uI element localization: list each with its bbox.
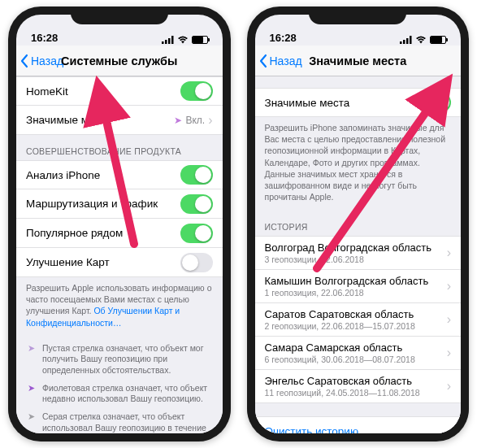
phone-right: 16:28 Назад Значимые места Значимые мест… bbox=[247, 7, 470, 441]
row-label: Значимые места bbox=[265, 97, 419, 109]
screen-left: 16:28 Назад Системные службы HomeKit bbox=[16, 15, 223, 433]
phone-left: 16:28 Назад Системные службы HomeKit bbox=[8, 7, 231, 441]
svg-rect-3 bbox=[171, 36, 174, 44]
row-iphone-analysis[interactable]: Анализ iPhone bbox=[16, 160, 223, 189]
status-time: 16:28 bbox=[31, 32, 58, 44]
row-detail: ➤ Вкл. bbox=[174, 115, 205, 126]
row-label: HomeKit bbox=[26, 85, 180, 98]
svg-rect-4 bbox=[400, 41, 402, 44]
svg-rect-0 bbox=[162, 41, 164, 44]
row-significant-locations[interactable]: Значимые места ➤ Вкл. › bbox=[16, 106, 223, 135]
battery-icon bbox=[430, 36, 446, 44]
svg-rect-7 bbox=[410, 36, 412, 44]
screen-right: 16:28 Назад Значимые места Значимые мест… bbox=[255, 15, 462, 433]
location-arrow-gray-icon: ➤ bbox=[26, 411, 36, 433]
chevron-right-icon: › bbox=[447, 246, 451, 260]
history-subtitle: 11 геопозиций, 24.05.2018—11.08.2018 bbox=[265, 388, 444, 398]
row-homekit[interactable]: HomeKit bbox=[16, 76, 223, 106]
location-arrow-outline-icon: ➤ bbox=[26, 343, 36, 376]
chevron-right-icon: › bbox=[447, 312, 451, 327]
row-significant-locations-toggle[interactable]: Значимые места bbox=[255, 88, 462, 117]
history-title: Самара Самарская область bbox=[265, 341, 444, 354]
chevron-left-icon bbox=[20, 54, 29, 68]
toggle-analysis[interactable] bbox=[180, 165, 213, 185]
history-title: Камышин Волгоградская область bbox=[265, 275, 444, 287]
history-subtitle: 1 геопозиция, 22.06.2018 bbox=[265, 288, 444, 298]
row-label: Популярное рядом bbox=[26, 227, 180, 239]
location-arrow-purple-icon: ➤ bbox=[26, 383, 36, 405]
back-label: Назад bbox=[31, 54, 63, 67]
content-left[interactable]: HomeKit Значимые места ➤ Вкл. › СОВЕРШЕН… bbox=[16, 76, 223, 433]
toggle-significant-locations[interactable] bbox=[418, 93, 451, 112]
location-arrow-icon: ➤ bbox=[174, 115, 182, 126]
back-button[interactable]: Назад bbox=[255, 54, 302, 68]
svg-rect-2 bbox=[168, 38, 171, 44]
signal-icon bbox=[400, 36, 412, 44]
svg-rect-5 bbox=[403, 40, 405, 44]
clear-history-button[interactable]: Очистить историю bbox=[255, 416, 462, 433]
status-right bbox=[400, 36, 446, 44]
history-title: Энгельс Саратовская область bbox=[265, 375, 444, 387]
toggle-homekit[interactable] bbox=[180, 81, 213, 101]
footer-maps: Разрешить Apple использовать информацию … bbox=[16, 277, 223, 337]
nav-bar: Назад Значимые места bbox=[255, 46, 462, 76]
history-row[interactable]: Энгельс Саратовская область11 геопозиций… bbox=[255, 370, 462, 403]
row-routing-traffic[interactable]: Маршрутизация и трафик bbox=[16, 189, 223, 219]
history-subtitle: 2 геопозиции, 22.06.2018—15.07.2018 bbox=[265, 321, 444, 331]
status-time: 16:28 bbox=[270, 32, 297, 44]
history-subtitle: 3 геопозиции, 22.06.2018 bbox=[265, 254, 444, 264]
chevron-right-icon: › bbox=[447, 346, 451, 360]
history-subtitle: 6 геопозиций, 30.06.2018—08.07.2018 bbox=[265, 354, 444, 364]
row-improve-maps[interactable]: Улучшение Карт bbox=[16, 248, 223, 277]
row-label: Значимые места bbox=[26, 114, 174, 126]
history-row[interactable]: Саратов Саратовская область2 геопозиции,… bbox=[255, 303, 462, 337]
legend: ➤Пустая стрелка означает, что объект мог… bbox=[16, 337, 223, 433]
history-title: Саратов Саратовская область bbox=[265, 308, 444, 320]
group-header-improve: СОВЕРШЕНСТВОВАНИЕ ПРОДУКТА bbox=[16, 135, 223, 160]
notch bbox=[309, 7, 406, 24]
notch bbox=[71, 7, 168, 24]
nav-bar: Назад Системные службы bbox=[16, 46, 223, 76]
battery-icon bbox=[192, 36, 208, 44]
svg-rect-6 bbox=[406, 38, 409, 44]
toggle-routing[interactable] bbox=[180, 194, 213, 214]
content-right[interactable]: Значимые места Разрешить iPhone запомина… bbox=[255, 76, 462, 433]
group-header-history: ИСТОРИЯ bbox=[255, 211, 462, 236]
history-row[interactable]: Самара Самарская область6 геопозиций, 30… bbox=[255, 337, 462, 370]
wifi-icon bbox=[415, 36, 427, 44]
history-row[interactable]: Волгоград Волгоградская область3 геопози… bbox=[255, 236, 462, 270]
chevron-right-icon: › bbox=[208, 113, 212, 128]
wifi-icon bbox=[177, 36, 189, 44]
svg-rect-1 bbox=[165, 40, 167, 44]
row-popular-nearby[interactable]: Популярное рядом bbox=[16, 219, 223, 248]
footer-significant: Разрешить iPhone запоминать значимые для… bbox=[255, 117, 462, 211]
row-label: Анализ iPhone bbox=[26, 169, 180, 181]
status-right bbox=[162, 36, 208, 44]
chevron-right-icon: › bbox=[447, 279, 451, 294]
chevron-left-icon bbox=[258, 54, 268, 68]
row-label: Улучшение Карт bbox=[26, 256, 180, 268]
chevron-right-icon: › bbox=[447, 379, 451, 394]
toggle-maps-improve[interactable] bbox=[180, 253, 213, 272]
back-button[interactable]: Назад bbox=[16, 54, 63, 68]
back-label: Назад bbox=[270, 54, 302, 67]
row-label: Маршрутизация и трафик bbox=[26, 198, 180, 210]
history-title: Волгоград Волгоградская область bbox=[265, 241, 444, 254]
toggle-popular[interactable] bbox=[180, 224, 213, 243]
history-row[interactable]: Камышин Волгоградская область1 геопозици… bbox=[255, 270, 462, 303]
signal-icon bbox=[162, 36, 174, 44]
